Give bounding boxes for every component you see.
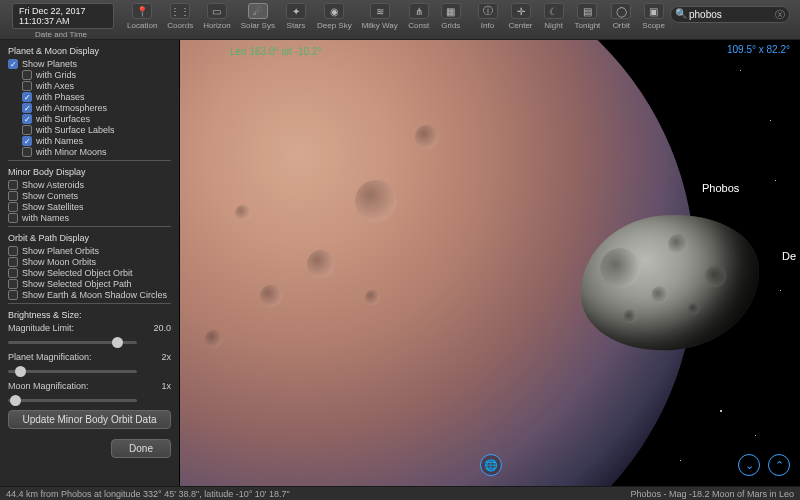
checkbox-icon[interactable] xyxy=(8,246,18,256)
minor-body-label: Show Comets xyxy=(22,191,78,201)
planet-moon-label: with Names xyxy=(36,136,83,146)
checkbox-icon[interactable] xyxy=(8,180,18,190)
checkbox-icon[interactable] xyxy=(22,136,32,146)
orbit-path-item[interactable]: Show Selected Object Orbit xyxy=(8,268,171,278)
toolbar-orbit-button[interactable]: ◯Orbit xyxy=(605,0,637,39)
checkbox-icon[interactable] xyxy=(8,268,18,278)
toolbar-location-button[interactable]: 📍Location xyxy=(122,0,162,39)
orbit-path-item[interactable]: Show Selected Object Path xyxy=(8,279,171,289)
checkbox-icon[interactable] xyxy=(8,202,18,212)
constellation-label: Leo 163.0° alt -10.2° xyxy=(230,46,321,57)
toolbar-stars-button[interactable]: ✦Stars xyxy=(280,0,312,39)
toolbar-tonight-button[interactable]: ▤Tonight xyxy=(570,0,606,39)
milkyway-icon: ≋ xyxy=(370,3,390,19)
toolbar-stars-label: Stars xyxy=(287,21,306,30)
mag-limit-value: 20.0 xyxy=(153,323,171,333)
planet-moon-label: with Minor Moons xyxy=(36,147,107,157)
checkbox-icon[interactable] xyxy=(22,147,32,157)
toolbar-const-label: Const xyxy=(408,21,429,30)
orbit-path-item[interactable]: Show Earth & Moon Shadow Circles xyxy=(8,290,171,300)
nav-globe-icon[interactable]: 🌐 xyxy=(480,454,502,476)
toolbar-center-button[interactable]: ✛Center xyxy=(504,0,538,39)
planet-mag-value: 2x xyxy=(161,352,171,362)
coords-icon: ⋮⋮ xyxy=(170,3,190,19)
update-orbit-button[interactable]: Update Minor Body Orbit Data xyxy=(8,410,171,429)
toolbar-info-button[interactable]: ⓘInfo xyxy=(472,0,504,39)
toolbar-coords-button[interactable]: ⋮⋮Coords xyxy=(162,0,198,39)
planet-moon-item[interactable]: with Grids xyxy=(22,70,171,80)
checkbox-icon[interactable] xyxy=(8,290,18,300)
toolbar-milkyway-button[interactable]: ≋Milky Way xyxy=(357,0,403,39)
moon-mag-slider[interactable] xyxy=(8,399,137,402)
toolbar-night-label: Night xyxy=(544,21,563,30)
checkbox-icon[interactable] xyxy=(8,257,18,267)
nav-up-icon[interactable]: ⌃ xyxy=(768,454,790,476)
checkbox-icon[interactable] xyxy=(8,279,18,289)
grids-icon: ▦ xyxy=(441,3,461,19)
minor-body-item[interactable]: Show Asteroids xyxy=(8,180,171,190)
clear-search-icon[interactable]: ⓧ xyxy=(775,8,785,22)
stars-icon: ✦ xyxy=(286,3,306,19)
planet-moon-item[interactable]: with Phases xyxy=(22,92,171,102)
toolbar-orbit-label: Orbit xyxy=(613,21,630,30)
toolbar-center-label: Center xyxy=(509,21,533,30)
checkbox-icon[interactable] xyxy=(8,191,18,201)
planet-moon-item[interactable]: with Surfaces xyxy=(22,114,171,124)
night-icon: ☾ xyxy=(544,3,564,19)
planet-moon-item[interactable]: with Atmospheres xyxy=(22,103,171,113)
planet-moon-label: with Surface Labels xyxy=(36,125,115,135)
checkbox-icon[interactable] xyxy=(22,103,32,113)
mag-limit-slider[interactable] xyxy=(8,341,137,344)
toolbar-deepsky-button[interactable]: ◉Deep Sky xyxy=(312,0,357,39)
checkbox-icon[interactable] xyxy=(22,125,32,135)
planet-mag-slider[interactable] xyxy=(8,370,137,373)
phobos-label: Phobos xyxy=(702,182,739,194)
orbit-path-item[interactable]: Show Planet Orbits xyxy=(8,246,171,256)
tonight-icon: ▤ xyxy=(577,3,597,19)
toolbar-deepsky-label: Deep Sky xyxy=(317,21,352,30)
solarsys-icon: ☄ xyxy=(248,3,268,19)
minor-body-item[interactable]: Show Satellites xyxy=(8,202,171,212)
planet-moon-label: with Axes xyxy=(36,81,74,91)
toolbar: Fri Dec 22, 2017 11:10:37 AM Date and Ti… xyxy=(0,0,800,40)
checkbox-icon[interactable] xyxy=(8,213,18,223)
toolbar-const-button[interactable]: ⋔Const xyxy=(403,0,435,39)
checkbox-icon[interactable] xyxy=(8,59,18,69)
deepsky-icon: ◉ xyxy=(324,3,344,19)
section-brightness: Brightness & Size: xyxy=(8,310,171,320)
status-bar: 44.4 km from Phobos at longitude 332° 45… xyxy=(0,486,800,500)
toolbar-grids-button[interactable]: ▦Grids xyxy=(435,0,467,39)
checkbox-icon[interactable] xyxy=(22,114,32,124)
planet-moon-item[interactable]: Show Planets xyxy=(8,59,171,69)
status-right: Phobos - Mag -18.2 Moon of Mars in Leo xyxy=(630,489,794,499)
orbit-icon: ◯ xyxy=(611,3,631,19)
orbit-path-item[interactable]: Show Moon Orbits xyxy=(8,257,171,267)
const-icon: ⋔ xyxy=(409,3,429,19)
location-icon: 📍 xyxy=(132,3,152,19)
nav-down-icon[interactable]: ⌄ xyxy=(738,454,760,476)
toolbar-tonight-label: Tonight xyxy=(575,21,601,30)
toolbar-grids-label: Grids xyxy=(441,21,460,30)
toolbar-scope-button[interactable]: ▣Scope xyxy=(637,0,670,39)
sky-view[interactable]: Leo 163.0° alt -10.2° 109.5° x 82.2° Pho… xyxy=(180,40,800,486)
minor-body-item[interactable]: Show Comets xyxy=(8,191,171,201)
toolbar-solarsys-button[interactable]: ☄Solar Sys xyxy=(236,0,280,39)
section-orbit-path: Orbit & Path Display xyxy=(8,233,171,243)
planet-moon-label: Show Planets xyxy=(22,59,77,69)
checkbox-icon[interactable] xyxy=(22,70,32,80)
planet-moon-item[interactable]: with Names xyxy=(22,136,171,146)
section-planet-moon: Planet & Moon Display xyxy=(8,46,171,56)
search-icon: 🔍 xyxy=(675,8,687,19)
toolbar-night-button[interactable]: ☾Night xyxy=(538,0,570,39)
datetime-field[interactable]: Fri Dec 22, 2017 11:10:37 AM xyxy=(12,3,114,29)
minor-body-item[interactable]: with Names xyxy=(8,213,171,223)
planet-moon-item[interactable]: with Minor Moons xyxy=(22,147,171,157)
toolbar-horizon-button[interactable]: ▭Horizon xyxy=(198,0,236,39)
planet-moon-item[interactable]: with Surface Labels xyxy=(22,125,171,135)
search-input[interactable] xyxy=(670,6,790,23)
planet-moon-item[interactable]: with Axes xyxy=(22,81,171,91)
info-icon: ⓘ xyxy=(478,3,498,19)
checkbox-icon[interactable] xyxy=(22,92,32,102)
checkbox-icon[interactable] xyxy=(22,81,32,91)
done-button[interactable]: Done xyxy=(111,439,171,458)
